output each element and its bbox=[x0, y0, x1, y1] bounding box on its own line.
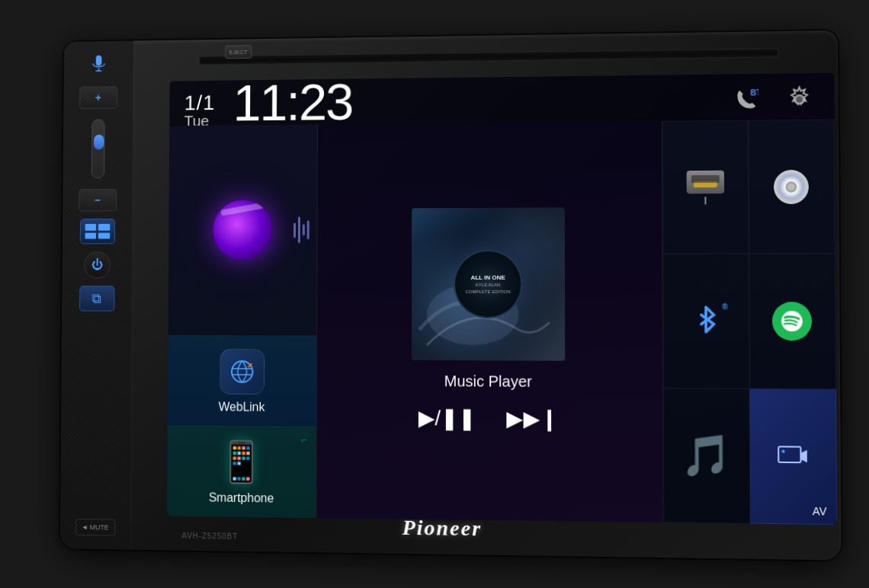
av-icon bbox=[773, 436, 813, 476]
weblink-icon bbox=[220, 349, 265, 395]
spotify-button[interactable] bbox=[749, 254, 836, 388]
bluetooth-icon: ® bbox=[687, 301, 725, 341]
music-note-icon: 🎵 bbox=[681, 432, 732, 480]
minus-button[interactable]: − bbox=[79, 189, 117, 212]
svg-text:BT: BT bbox=[750, 88, 758, 97]
av-button[interactable]: AV bbox=[749, 388, 837, 525]
power-button[interactable]: ⏻ bbox=[84, 251, 111, 278]
mute-button[interactable]: ◄ MUTE bbox=[75, 519, 115, 535]
svg-rect-8 bbox=[95, 56, 101, 66]
music-panel: ALL IN ONE KYLE ALAN COMPLETE EDITION Mu… bbox=[316, 121, 662, 522]
left-control-panel: + − ⏻ ⧉ ◄ MUTE bbox=[60, 41, 133, 550]
radio-icon bbox=[686, 170, 724, 204]
power-icon: ⏻ bbox=[91, 258, 102, 272]
model-label: AVH-Z5250BT bbox=[181, 532, 238, 541]
top-right-icons: BT bbox=[727, 81, 819, 119]
album-title: ALL IN ONE bbox=[470, 273, 505, 282]
screen-content: 1/1 Tue 11:23 BT bbox=[167, 73, 837, 525]
grid-dot-3 bbox=[85, 232, 96, 238]
spotify-icon bbox=[772, 302, 812, 340]
wave-bar-1 bbox=[293, 222, 296, 238]
radio-body bbox=[686, 170, 723, 193]
next-track-button[interactable]: ▶▶❙ bbox=[501, 403, 565, 435]
volume-slider[interactable] bbox=[91, 119, 104, 178]
settings-button[interactable] bbox=[781, 81, 819, 118]
unit-wrapper: EJECT DivX 📶 Pioneer AVH-Z5250BT 1/1 Tue bbox=[24, 14, 866, 577]
plus-icon: + bbox=[95, 91, 101, 104]
eject-button[interactable]: EJECT bbox=[225, 45, 252, 59]
screen: 1/1 Tue 11:23 BT bbox=[167, 73, 837, 525]
music-controls: ▶/❚❚ ▶▶❙ bbox=[412, 402, 564, 435]
weblink-label: WebLink bbox=[219, 400, 265, 414]
album-edition: COMPLETE EDITION bbox=[466, 289, 511, 295]
left-apps-panel: WebLink 📱 Smartphone bbox=[167, 124, 318, 518]
mic-icon[interactable] bbox=[88, 55, 109, 76]
svg-point-3 bbox=[231, 361, 252, 382]
grid-dot-1 bbox=[85, 224, 96, 230]
eject-label: EJECT bbox=[229, 50, 248, 55]
music-player-label: Music Player bbox=[444, 372, 532, 391]
smartphone-icon: 📱 bbox=[217, 439, 266, 485]
album-cover: ALL IN ONE KYLE ALAN COMPLETE EDITION bbox=[412, 207, 565, 360]
wave-bar-4 bbox=[307, 220, 309, 239]
chassis: EJECT DivX 📶 Pioneer AVH-Z5250BT 1/1 Tue bbox=[60, 30, 842, 561]
date-number: 1/1 bbox=[184, 92, 216, 113]
siri-orb bbox=[213, 200, 272, 260]
bluetooth-button[interactable]: ® bbox=[662, 254, 749, 388]
mute-label: ◄ MUTE bbox=[82, 523, 109, 531]
av-label: AV bbox=[813, 505, 827, 518]
svg-point-7 bbox=[782, 450, 785, 453]
top-bar: 1/1 Tue 11:23 BT bbox=[169, 73, 834, 126]
album-art: ALL IN ONE KYLE ALAN COMPLETE EDITION bbox=[412, 207, 565, 360]
smartphone-button[interactable]: 📱 Smartphone bbox=[167, 426, 316, 518]
radio-button[interactable] bbox=[662, 120, 749, 254]
album-artist: KYLE ALAN bbox=[476, 282, 501, 288]
smartphone-label: Smartphone bbox=[209, 491, 274, 506]
music-note-button[interactable]: 🎵 bbox=[663, 388, 750, 523]
cd-icon bbox=[774, 170, 809, 204]
cd-button[interactable] bbox=[748, 120, 835, 254]
time-display: 11:23 bbox=[232, 76, 352, 129]
cd-slot bbox=[199, 48, 778, 65]
siri-wave bbox=[293, 216, 309, 243]
apps-button[interactable] bbox=[79, 219, 114, 244]
siri-widget[interactable] bbox=[168, 124, 317, 335]
play-pause-button[interactable]: ▶/❚❚ bbox=[412, 402, 482, 434]
grid-dot-2 bbox=[98, 224, 110, 230]
grid-dot-4 bbox=[98, 232, 110, 238]
weblink-button[interactable]: WebLink bbox=[168, 335, 316, 427]
wave-bar-2 bbox=[298, 216, 300, 243]
source-button[interactable]: ⧉ bbox=[79, 286, 114, 311]
minus-icon: − bbox=[95, 194, 101, 206]
phone-button[interactable]: BT bbox=[727, 81, 765, 119]
date-time: 1/1 Tue 11:23 bbox=[184, 76, 353, 129]
svg-rect-6 bbox=[778, 447, 800, 463]
plus-button[interactable]: + bbox=[79, 86, 117, 109]
right-panel: ® 🎵 bbox=[662, 120, 837, 525]
album-disc: ALL IN ONE KYLE ALAN COMPLETE EDITION bbox=[454, 250, 522, 318]
date-block: 1/1 Tue bbox=[184, 92, 216, 128]
main-grid: WebLink 📱 Smartphone bbox=[167, 120, 837, 525]
source-icon: ⧉ bbox=[92, 291, 102, 307]
wave-bar-3 bbox=[303, 224, 305, 235]
